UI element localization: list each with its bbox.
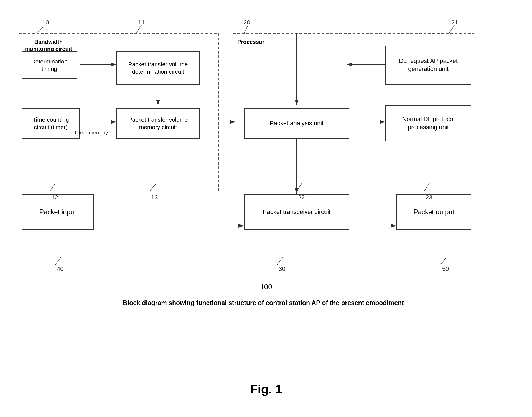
ref-13: 13 — [151, 194, 158, 201]
diagram-container: Bandwidth monitoring circuit Determinati… — [0, 0, 532, 417]
normal-dl-protocol-box: Normal DL protocol processing unit — [385, 105, 471, 141]
dl-request-ap-box: DL request AP packet generation unit — [385, 46, 471, 85]
clear-memory-label: Clear memory — [75, 130, 108, 136]
diagram-caption: Block diagram showing functional structu… — [83, 299, 444, 307]
svg-line-25 — [441, 257, 446, 265]
svg-line-23 — [277, 257, 283, 265]
svg-line-15 — [36, 25, 46, 33]
packet-analysis-box: Packet analysis unit — [244, 108, 349, 139]
packet-output-box: Packet output — [396, 194, 471, 230]
packet-transfer-volume-mem-box: Packet transfer volume memory circuit — [116, 108, 200, 139]
svg-line-21 — [297, 183, 302, 191]
processor-label: Processor — [235, 36, 271, 47]
time-counting-box: Time counting circuit (timer) — [22, 108, 80, 139]
fig-label: Fig. 1 — [230, 382, 302, 396]
determination-timing-box: Determination timing — [22, 51, 77, 79]
ref-40: 40 — [57, 265, 63, 273]
bandwidth-monitoring-label: Bandwidth monitoring circuit — [21, 36, 76, 50]
packet-transceiver-box: Packet transceiver circuit — [244, 194, 349, 230]
fig-number: 100 — [244, 283, 288, 291]
ref-22: 22 — [298, 194, 305, 201]
svg-line-19 — [244, 25, 248, 33]
ref-12: 12 — [51, 194, 58, 201]
svg-line-20 — [449, 25, 455, 33]
ref-20: 20 — [243, 19, 250, 26]
svg-line-22 — [424, 183, 430, 191]
ref-10: 10 — [42, 19, 49, 26]
ref-23: 23 — [426, 194, 432, 201]
svg-line-17 — [50, 183, 55, 191]
packet-transfer-volume-det-box: Packet transfer volume determination cir… — [116, 51, 200, 85]
ref-11: 11 — [138, 19, 145, 26]
svg-line-16 — [136, 25, 141, 33]
ref-21: 21 — [451, 19, 458, 26]
ref-50: 50 — [442, 265, 449, 273]
ref-30: 30 — [279, 265, 285, 273]
svg-line-18 — [150, 183, 157, 191]
svg-line-24 — [55, 257, 61, 265]
